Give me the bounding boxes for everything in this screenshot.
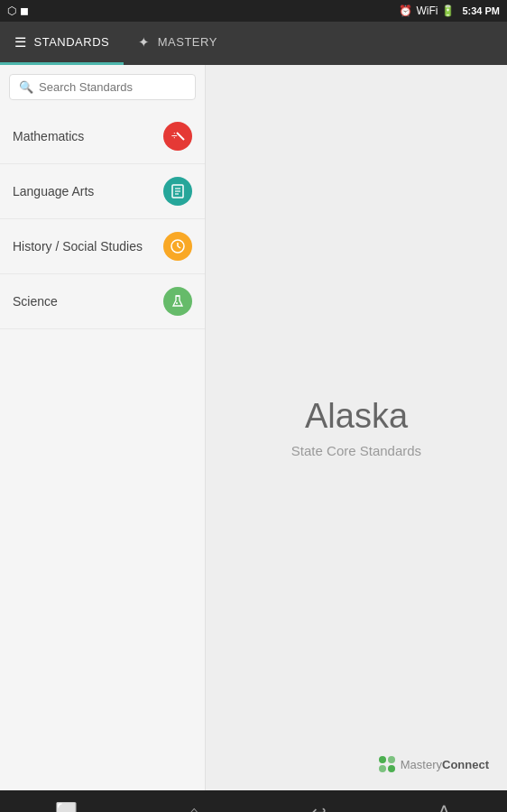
sci-svg	[170, 293, 186, 309]
menu-up-button[interactable]: ⋀	[419, 794, 469, 812]
search-input[interactable]	[39, 80, 190, 94]
science-label: Science	[13, 294, 58, 309]
sidebar-item-history[interactable]: History / Social Studies	[0, 219, 205, 274]
status-right-area: ⏰ WiFi 🔋 5:34 PM	[399, 5, 500, 17]
standards-tab-label: STANDARDS	[34, 35, 110, 49]
bottom-nav: ⬜ ⌂ ↩ ⋀	[0, 790, 507, 812]
language-arts-icon	[163, 177, 192, 206]
hist-svg	[170, 238, 186, 254]
history-icon	[163, 232, 192, 261]
sidebar-item-science[interactable]: Science	[0, 274, 205, 329]
svg-line-8	[178, 246, 180, 248]
logo-prefix: Mastery	[401, 758, 442, 771]
main-area: 🔍 Mathematics ÷ Language Arts	[0, 65, 507, 790]
alarm-icon: ⏰	[399, 5, 412, 17]
time-display: 5:34 PM	[462, 5, 500, 16]
svg-line-1	[177, 133, 184, 140]
status-bar: ⬡ ◼ ⏰ WiFi 🔋 5:34 PM	[0, 0, 507, 22]
svg-point-10	[176, 302, 178, 304]
status-left-icons: ⬡ ◼	[7, 5, 29, 17]
usb-icon: ⬡	[7, 5, 16, 17]
nav-bar: ☰ STANDARDS ✦ MASTERY	[0, 22, 507, 65]
science-icon	[163, 287, 192, 316]
recent-apps-button[interactable]: ⬜	[37, 794, 96, 812]
standards-tab-icon: ☰	[14, 34, 27, 51]
logo-dot-tl	[379, 756, 386, 763]
search-icon: 🔍	[19, 80, 33, 94]
wifi-icon: WiFi	[416, 5, 438, 17]
home-icon: ⌂	[189, 802, 199, 813]
logo-suffix: Connect	[442, 758, 489, 771]
chevron-up-icon: ⋀	[437, 801, 451, 812]
tab-mastery[interactable]: ✦ MASTERY	[124, 22, 232, 65]
sidebar-item-language-arts[interactable]: Language Arts	[0, 164, 205, 219]
search-bar[interactable]: 🔍	[9, 74, 196, 100]
content-subtitle: State Core Standards	[291, 443, 421, 458]
logo-dots	[379, 756, 395, 772]
math-svg: ÷	[170, 128, 186, 144]
masteryconnect-logo: MasteryConnect	[379, 756, 489, 772]
language-arts-label: Language Arts	[13, 184, 94, 198]
subject-list: Mathematics ÷ Language Arts	[0, 109, 205, 329]
recent-apps-icon: ⬜	[55, 801, 78, 812]
mastery-tab-icon: ✦	[138, 34, 151, 51]
svg-text:÷: ÷	[171, 130, 178, 143]
back-icon: ↩	[311, 801, 327, 812]
history-label: History / Social Studies	[13, 239, 143, 254]
back-button[interactable]: ↩	[293, 794, 345, 812]
tab-standards[interactable]: ☰ STANDARDS	[0, 22, 124, 65]
camera-icon: ◼	[20, 5, 29, 17]
logo-dot-br	[388, 765, 395, 772]
sidebar-item-mathematics[interactable]: Mathematics ÷	[0, 109, 205, 164]
mathematics-label: Mathematics	[13, 129, 84, 143]
content-title: Alaska	[305, 397, 408, 436]
mastery-tab-label: MASTERY	[158, 35, 217, 49]
logo-dot-tr	[388, 756, 395, 763]
lang-svg	[170, 183, 186, 199]
home-button[interactable]: ⌂	[171, 795, 217, 813]
content-area: Alaska State Core Standards MasteryConne…	[206, 65, 507, 790]
logo-text: MasteryConnect	[401, 758, 489, 771]
mathematics-icon: ÷	[163, 122, 192, 151]
logo-dot-bl	[379, 765, 386, 772]
battery-icon: 🔋	[441, 5, 455, 17]
sidebar: 🔍 Mathematics ÷ Language Arts	[0, 65, 206, 790]
